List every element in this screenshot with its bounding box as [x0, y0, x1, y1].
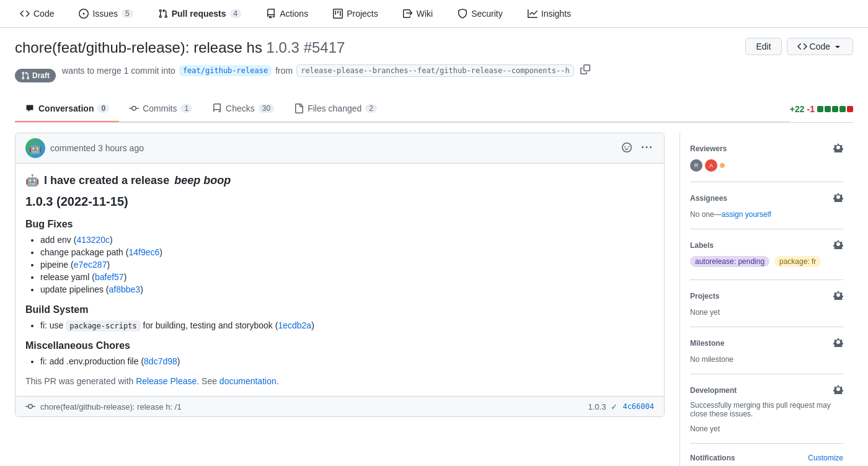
chevron-down-icon [833, 42, 843, 51]
list-item: fi: use package-scripts for building, te… [40, 320, 654, 330]
release-please-link[interactable]: Release Please [136, 376, 197, 386]
tabs-row: Conversation 0 Commits 1 Checks 30 Files… [15, 96, 853, 123]
tab-conversation[interactable]: Conversation 0 [15, 96, 119, 122]
commit-hash-link[interactable]: 4c66004 [622, 402, 654, 411]
build-system-heading: Build System [25, 304, 654, 315]
gear-icon [833, 337, 843, 347]
edit-button[interactable]: Edit [745, 38, 781, 55]
more-options-button[interactable] [639, 140, 654, 157]
emoji-react-button[interactable] [619, 140, 634, 157]
comment-title: 🤖 I have created a release beep boop [25, 174, 654, 187]
customize-link[interactable]: Customize [808, 454, 843, 462]
draft-badge: Draft [15, 69, 56, 82]
nav-issues[interactable]: Issues 5 [74, 5, 138, 22]
milestone-header: Milestone [690, 337, 843, 349]
list-item: fi: add .env.production file (8dc7d98) [40, 356, 654, 366]
checks-count: 30 [259, 104, 274, 113]
commit-link-e7ec287[interactable]: e7ec287 [74, 260, 107, 270]
issues-icon [79, 9, 89, 19]
nav-pr-label: Pull requests [172, 9, 226, 19]
commit-link-8dc7d98[interactable]: 8dc7d98 [144, 356, 177, 366]
reviewer-avatar-2: A [705, 159, 717, 172]
pr-icon [158, 9, 168, 19]
list-item: change package path (14f9ec6) [40, 247, 654, 257]
projects-header: Projects [690, 290, 843, 302]
diff-bar-add-4 [839, 106, 846, 112]
sidebar: Reviewers R A Assignees [680, 133, 853, 466]
milestone-none: No milestone [690, 355, 733, 364]
assignees-label: Assignees [690, 194, 727, 203]
checks-icon [212, 103, 222, 113]
commits-count: 1 [180, 104, 192, 113]
commit-link-413220c[interactable]: 413220c [76, 235, 110, 245]
tab-commits[interactable]: Commits 1 [119, 96, 202, 122]
avatar: 🤖 [25, 138, 45, 158]
commit-link-bafef57[interactable]: bafef57 [95, 272, 124, 282]
nav-security-label: Security [471, 9, 503, 19]
comment-header: 🤖 commented 3 hours ago [16, 133, 664, 164]
commit-check-icon: ✓ [611, 402, 618, 411]
nav-pull-requests[interactable]: Pull requests 4 [153, 5, 247, 22]
nav-security[interactable]: Security [453, 5, 508, 22]
gear-icon [833, 384, 843, 394]
nav-wiki[interactable]: Wiki [398, 5, 438, 22]
code-icon [20, 9, 30, 19]
comment-card: 🤖 commented 3 hours ago 🤖 [15, 133, 665, 417]
pr-meta-row: Draft wants to merge 1 commit into feat/… [15, 62, 853, 89]
source-branch[interactable]: release-please--branches--feat/github-re… [296, 64, 574, 77]
list-item: pipeine (e7ec287) [40, 260, 654, 270]
smiley-icon [622, 143, 632, 152]
issues-badge: 5 [122, 9, 133, 18]
wiki-icon [403, 9, 413, 19]
main-col: 🤖 commented 3 hours ago 🤖 [15, 133, 665, 466]
code-button[interactable]: Code [787, 38, 853, 55]
pr-version: 1.0.3 #5417 [267, 39, 345, 56]
release-version: 1.0.3 (2022-11-15) [25, 195, 654, 209]
two-col-layout: 🤖 commented 3 hours ago 🤖 [15, 123, 853, 466]
nav-projects-label: Projects [347, 9, 378, 19]
reviewer-status-dot [720, 163, 725, 168]
comment-body: 🤖 I have created a release beep boop 1.0… [16, 164, 664, 396]
tab-files-changed[interactable]: Files changed 2 [284, 96, 387, 122]
commit-link-14f9ec6[interactable]: 14f9ec6 [128, 247, 159, 257]
nav-wiki-label: Wiki [417, 9, 433, 19]
projects-none: None yet [690, 308, 720, 317]
bug-fixes-list: add env (413220c) change package path (1… [25, 235, 654, 294]
projects-gear-button[interactable] [833, 290, 843, 302]
reviewer-avatar-1: R [690, 159, 702, 172]
assignees-gear-button[interactable] [833, 192, 843, 204]
diff-bar-add-3 [832, 106, 838, 112]
labels-header: Labels [690, 239, 843, 251]
reviewers-gear-button[interactable] [833, 143, 843, 154]
commit-link-1ecdb2a[interactable]: 1ecdb2a [278, 320, 311, 330]
pr-title-actions: Edit Code [745, 38, 853, 55]
nav-code[interactable]: Code [15, 5, 59, 22]
additions: +22 [790, 104, 805, 114]
gear-icon [833, 239, 843, 249]
label-package: package: fr [774, 256, 821, 267]
development-header: Development [690, 384, 843, 396]
development-label: Development [690, 386, 737, 395]
nav-projects[interactable]: Projects [328, 5, 383, 22]
development-gear-button[interactable] [833, 384, 843, 396]
files-icon [294, 103, 304, 113]
nav-insights-label: Insights [541, 9, 571, 19]
documentation-link[interactable]: documentation [219, 376, 277, 386]
target-branch[interactable]: feat/github-release [179, 65, 272, 76]
reviewers-header: Reviewers [690, 143, 843, 154]
commit-row: chore(feat/github-release): release h: /… [16, 396, 664, 416]
misc-list: fi: add .env.production file (8dc7d98) [25, 356, 654, 366]
commit-link-af8bbe3[interactable]: af8bbe3 [109, 284, 141, 294]
labels-gear-button[interactable] [833, 239, 843, 251]
copy-branch-button[interactable] [578, 62, 593, 79]
list-item: release yaml (bafef57) [40, 272, 654, 282]
comment-time: commented 3 hours ago [50, 143, 144, 153]
tab-checks[interactable]: Checks 30 [202, 96, 284, 122]
assign-yourself-link[interactable]: assign yourself [722, 210, 771, 219]
milestone-gear-button[interactable] [833, 337, 843, 349]
gear-icon [833, 290, 843, 300]
nav-insights[interactable]: Insights [523, 5, 576, 22]
projects-label: Projects [690, 292, 719, 301]
list-item: update pipelines (af8bbe3) [40, 284, 654, 294]
nav-actions[interactable]: Actions [261, 5, 313, 22]
